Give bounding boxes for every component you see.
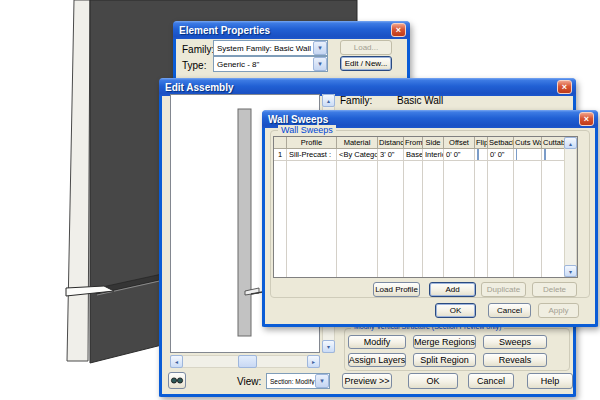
col-distance[interactable]: Distance [378,137,404,149]
cell-flip [475,149,488,161]
assign-layers-button[interactable]: Assign Layers [348,353,406,367]
chevron-down-icon[interactable]: ▾ [564,265,577,277]
col-cuttable[interactable]: Cuttable [542,137,566,149]
type-dropdown[interactable]: Generic - 8" ▾ [213,56,328,72]
dialog-title: Wall Sweeps [262,114,328,125]
col-profile[interactable]: Profile [287,137,337,149]
table-vertical-scrollbar[interactable] [564,137,577,277]
cell-offset[interactable]: 0' 0" [444,149,475,161]
flip-checkbox[interactable] [477,149,479,160]
add-button[interactable]: Add [429,282,476,297]
chevron-down-icon[interactable]: ▾ [313,57,327,71]
cell-cuts-wall [514,149,542,161]
element-properties-titlebar[interactable]: Element Properties × [173,21,410,39]
col-rownum [274,137,287,149]
modify-button[interactable]: Modify [348,335,406,349]
preview-visibility-button[interactable] [168,372,186,389]
assembly-family-value: Basic Wall [397,95,443,106]
table-row[interactable]: 1 Sill-Precast : <By Categor 3' 0" Base … [274,149,577,161]
chevron-down-icon[interactable]: ▾ [313,41,327,55]
close-icon[interactable]: × [557,80,572,94]
type-label: Type: [182,60,206,71]
chevron-up-icon[interactable]: ▴ [564,137,577,149]
dialog-title: Element Properties [173,25,270,36]
assembly-family-label: Family: [340,95,372,106]
cell-rownum: 1 [274,149,287,161]
dialog-wall-sweeps: Wall Sweeps × Wall Sweeps Profile Materi… [262,110,598,327]
sweeps-button[interactable]: Sweeps [483,335,547,349]
duplicate-button[interactable]: Duplicate [481,282,526,297]
merge-regions-button[interactable]: Merge Regions [413,335,476,349]
wall-sweeps-group-label: Wall Sweeps [278,125,336,135]
wall-edge-face [67,0,90,361]
family-dropdown[interactable]: System Family: Basic Wall ▾ [213,40,328,56]
split-region-button[interactable]: Split Region [413,353,476,367]
family-dropdown-value: System Family: Basic Wall [214,44,313,53]
scrollbar-thumb[interactable] [238,355,257,368]
type-dropdown-value: Generic - 8" [214,60,313,69]
cell-distance[interactable]: 3' 0" [378,149,404,161]
cuttable-checkbox[interactable] [544,149,546,160]
view-label: View: [237,376,261,387]
col-cuts-wall[interactable]: Cuts Wall [514,137,542,149]
col-side[interactable]: Side [423,137,444,149]
chevron-down-icon[interactable]: ▾ [315,374,329,388]
chevron-down-icon[interactable]: ▾ [322,340,335,353]
reveals-button[interactable]: Reveals [483,353,547,367]
load-button[interactable]: Load... [340,40,392,55]
chevron-left-icon[interactable]: ◂ [170,355,183,368]
cell-side[interactable]: Interio [423,149,444,161]
cell-material[interactable]: <By Categor [337,149,378,161]
chevron-up-icon[interactable]: ▴ [322,94,335,107]
preview-toggle-button[interactable]: Preview >> [342,373,392,389]
revit-screen: Element Properties × Family: System Fami… [0,0,600,400]
col-flip[interactable]: Flip [475,137,488,149]
cuts-wall-checkbox[interactable] [516,149,539,161]
cancel-button[interactable]: Cancel [468,373,514,389]
col-from[interactable]: From [404,137,423,149]
col-material[interactable]: Material [337,137,378,149]
cell-from[interactable]: Base [404,149,423,161]
cancel-button[interactable]: Cancel [488,303,531,318]
cell-setback[interactable]: 0' 0" [488,149,514,161]
wall-sweeps-table: Profile Material Distance From Side Offs… [273,136,578,278]
close-icon[interactable]: × [391,23,406,37]
close-icon[interactable]: × [579,112,594,126]
cell-profile[interactable]: Sill-Precast : [287,149,337,161]
edit-new-button[interactable]: Edit / New... [340,56,392,71]
family-label: Family: [182,44,214,55]
cell-cuttable [542,149,566,161]
load-profile-button[interactable]: Load Profile [373,282,420,297]
view-dropdown[interactable]: Section: Modify type . ▾ [266,373,330,389]
ok-button[interactable]: OK [435,303,476,318]
view-dropdown-value: Section: Modify type . [267,378,315,385]
table-empty-area [274,161,577,277]
table-header-row: Profile Material Distance From Side Offs… [274,137,577,149]
apply-button[interactable]: Apply [538,303,579,318]
preview-eye-icon [170,376,184,385]
chevron-right-icon[interactable]: ▸ [307,355,320,368]
col-offset[interactable]: Offset [444,137,475,149]
col-setback[interactable]: Setback [488,137,514,149]
help-button[interactable]: Help [527,373,573,389]
dialog-title: Edit Assembly [159,82,234,93]
ok-button[interactable]: OK [408,373,458,389]
delete-button[interactable]: Delete [532,282,577,297]
